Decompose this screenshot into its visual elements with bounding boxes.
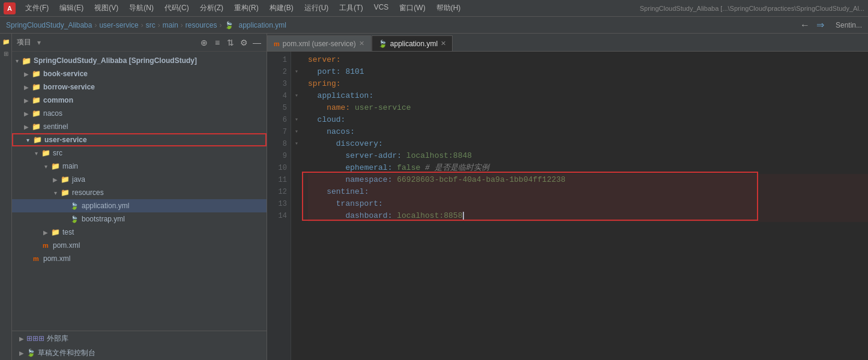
tree-module-pom[interactable]: ▶ m pom.xml: [12, 239, 267, 252]
sep5: ›: [220, 21, 222, 29]
tree-book-service[interactable]: ▶ 📁 book-service: [12, 67, 267, 80]
left-icon-1[interactable]: 📁: [1, 36, 11, 47]
menu-window[interactable]: 窗口(W): [394, 1, 430, 15]
ln-11: 11: [267, 174, 287, 186]
tree-test[interactable]: ▶ 📁 test: [12, 226, 267, 239]
code-l14-val: localhost:8858: [397, 210, 462, 222]
sidebar-toolbar: 项目 ▾ ⊕ ≡ ⇅ ⚙ —: [12, 34, 267, 52]
tree-resources[interactable]: ▾ 📁 resources: [12, 186, 267, 199]
code-line-9: server-addr: localhost:8848: [308, 150, 868, 162]
tab-pom[interactable]: m pom.xml (user-service) ✕: [267, 35, 371, 51]
code-line-7: nacos:: [308, 126, 868, 138]
toolbar-settings[interactable]: ⚙: [239, 38, 249, 47]
code-l12-key: sentinel:: [327, 186, 369, 198]
root-label: SpringCloudStudy_Alibaba [SpringCloudStu…: [34, 56, 197, 65]
main-label: main: [62, 162, 78, 170]
menu-analyze[interactable]: 分析(Z): [195, 1, 228, 15]
external-libs-item[interactable]: ▶ ⊞⊞⊞ 外部库: [12, 331, 267, 346]
ln-5: 5: [267, 102, 287, 114]
gutter-4[interactable]: ▾: [291, 90, 302, 102]
breadcrumb-module[interactable]: user-service: [99, 21, 138, 29]
nav-back[interactable]: ←: [798, 19, 812, 32]
menu-run[interactable]: 运行(U): [300, 1, 334, 15]
code-l11-val: 66928603-bcbf-40a4-ba9a-1bb04ff12238: [397, 174, 565, 186]
toolbar-collapse[interactable]: ⇅: [226, 38, 235, 47]
scratch-label: 草稿文件和控制台: [38, 348, 95, 358]
code-l13-indent: [308, 198, 336, 210]
gutter-13: [291, 198, 302, 210]
toolbar-sort[interactable]: ≡: [212, 38, 222, 47]
tree-sentinel[interactable]: ▶ 📁 sentinel: [12, 120, 267, 133]
toolbar-add[interactable]: ⊕: [199, 38, 209, 47]
root-pom-arrow: ▶: [22, 256, 31, 262]
ln-12: 12: [267, 186, 287, 198]
menu-navigate[interactable]: 导航(N): [124, 1, 158, 15]
sentinel-label[interactable]: Sentin...: [836, 21, 862, 29]
code-l10-indent: [308, 162, 345, 174]
breadcrumb-project[interactable]: SpringCloudStudy_Alibaba: [6, 21, 92, 29]
breadcrumb-bar: SpringCloudStudy_Alibaba › user-service …: [0, 17, 868, 34]
test-label: test: [62, 228, 74, 236]
menu-file[interactable]: 文件(F): [20, 1, 53, 15]
gutter-8[interactable]: ▾: [291, 138, 302, 150]
user-service-folder-icon: 📁: [32, 135, 42, 145]
menu-build[interactable]: 构建(B): [265, 1, 298, 15]
breadcrumb-resources[interactable]: resources: [185, 21, 217, 29]
menu-edit[interactable]: 编辑(E): [55, 1, 88, 15]
menu-tools[interactable]: 工具(T): [334, 1, 367, 15]
code-l14-key: dashboard:: [345, 210, 392, 222]
gutter-2[interactable]: ▾: [291, 66, 302, 78]
code-l2-key: port:: [318, 66, 341, 78]
tree-src[interactable]: ▾ 📁 src: [12, 146, 267, 160]
pom-tab-close[interactable]: ✕: [359, 40, 364, 47]
menu-help[interactable]: 帮助(H): [432, 1, 466, 15]
dropdown-icon[interactable]: ▾: [37, 38, 41, 47]
resources-label: resources: [72, 188, 104, 197]
sep1: ›: [94, 21, 97, 29]
tab-yml[interactable]: 🍃 application.yml ✕: [372, 35, 453, 51]
tree-java[interactable]: ▶ 📁 java: [12, 173, 267, 186]
scratch-item[interactable]: ▶ 🍃 草稿文件和控制台: [12, 346, 267, 360]
tree-common[interactable]: ▶ 📁 common: [12, 94, 267, 107]
book-service-arrow: ▶: [22, 71, 31, 77]
gutter-7[interactable]: ▾: [291, 126, 302, 138]
gutter-6[interactable]: ▾: [291, 114, 302, 126]
test-arrow: ▶: [41, 229, 50, 236]
tree-nacos[interactable]: ▶ 📁 nacos: [12, 107, 267, 120]
code-line-8: discovery:: [308, 138, 868, 150]
tree-root[interactable]: ▾ 📁 SpringCloudStudy_Alibaba [SpringClou…: [12, 54, 267, 67]
yml-tab-close[interactable]: ✕: [441, 40, 446, 47]
tree-borrow-service[interactable]: ▶ 📁 borrow-service: [12, 80, 267, 94]
code-editor[interactable]: 1 2 3 4 5 6 7 8 9 10 11 12 13 14 ▾ ▾: [267, 52, 868, 360]
menu-refactor[interactable]: 重构(R): [229, 1, 264, 15]
code-l6-key: cloud:: [318, 114, 346, 126]
toolbar-hide[interactable]: —: [252, 38, 262, 47]
code-l8-key: discovery:: [336, 138, 383, 150]
root-pom-label: pom.xml: [43, 254, 70, 263]
breadcrumb-main[interactable]: main: [163, 21, 178, 29]
tree-main[interactable]: ▾ 📁 main: [12, 160, 267, 173]
nav-forward[interactable]: ⇒: [814, 19, 827, 32]
code-l7-key: nacos:: [327, 126, 355, 138]
code-l10-key: ephemeral:: [345, 162, 392, 174]
menu-vcs[interactable]: VCS: [369, 1, 394, 15]
tree-root-pom[interactable]: ▶ m pom.xml: [12, 252, 267, 265]
code-l4-indent: [308, 90, 318, 102]
menu-code[interactable]: 代码(C): [160, 1, 194, 15]
tree-user-service[interactable]: ▾ 📁 user-service: [12, 133, 267, 146]
breadcrumb-file[interactable]: application.yml: [239, 21, 286, 29]
code-l9-val: localhost:8848: [406, 150, 472, 162]
code-content[interactable]: server: port: 8101 spring: application:: [302, 52, 868, 360]
breadcrumb-src[interactable]: src: [146, 21, 155, 29]
menu-view[interactable]: 视图(V): [89, 1, 123, 15]
code-l5-key: name:: [327, 102, 350, 114]
tree-bootstrap-yml[interactable]: ▶ 🍃 bootstrap.yml: [12, 212, 267, 226]
sidebar-tree: ▾ 📁 SpringCloudStudy_Alibaba [SpringClou…: [12, 52, 267, 331]
tree-application-yml[interactable]: ▶ 🍃 application.yml: [12, 199, 267, 212]
menubar: A 文件(F) 编辑(E) 视图(V) 导航(N) 代码(C) 分析(Z) 重构…: [0, 0, 868, 17]
code-l11-space: [392, 174, 397, 186]
pom-tab-icon: m: [274, 40, 280, 47]
code-l11-indent: [308, 174, 345, 186]
code-line-14: dashboard: localhost:8858: [308, 210, 868, 222]
left-icon-2[interactable]: ⊞: [1, 48, 11, 59]
